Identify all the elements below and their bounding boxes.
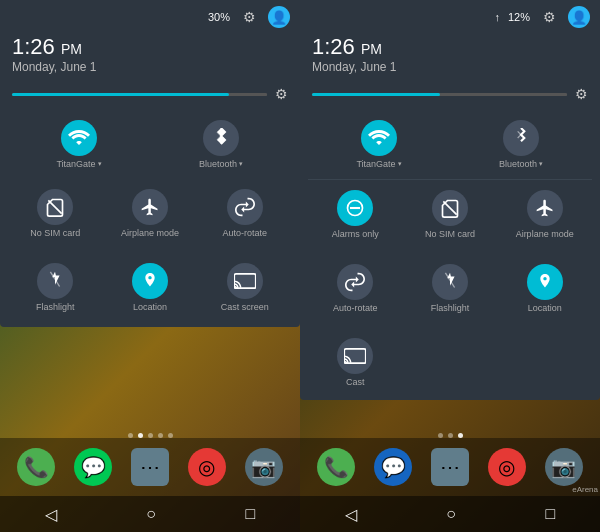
right-notification-shade: ↑ 12% ⚙ 👤 1:26 PM Monday, June 1 ⚙ [300, 0, 600, 400]
left-date: Monday, June 1 [12, 60, 288, 74]
left-autorotate-label: Auto-rotate [222, 228, 267, 239]
left-brightness-slider[interactable] [12, 93, 267, 96]
right-phone-panel: ↑ 12% ⚙ 👤 1:26 PM Monday, June 1 ⚙ [300, 0, 600, 532]
right-location-tile[interactable]: Location [497, 258, 592, 320]
left-settings-icon[interactable]: ⚙ [238, 6, 260, 28]
right-brightness-row: ⚙ [300, 82, 600, 110]
left-nav-back[interactable]: ◁ [45, 505, 57, 524]
left-flashlight-icon [37, 263, 73, 299]
right-nav-home[interactable]: ○ [446, 505, 456, 523]
left-flashlight-label: Flashlight [36, 302, 75, 313]
left-cast-tile[interactable]: Cast screen [197, 257, 292, 319]
right-brightness-slider[interactable] [312, 93, 567, 96]
left-bt-label: Bluetooth ▾ [199, 159, 243, 169]
svg-line-6 [518, 135, 521, 138]
left-dock-chrome[interactable]: ◎ [188, 448, 226, 486]
left-avatar-icon[interactable]: 👤 [268, 6, 290, 28]
left-location-label: Location [133, 302, 167, 313]
right-alarmsonly-label: Alarms only [332, 229, 379, 240]
right-shade-header: ↑ 12% ⚙ 👤 [300, 0, 600, 30]
left-dock-camera[interactable]: 📷 [245, 448, 283, 486]
left-nosim-label: No SIM card [30, 228, 80, 239]
left-notification-shade: 30% ⚙ 👤 1:26 PM Monday, June 1 ⚙ [0, 0, 300, 327]
right-flashlight-tile[interactable]: Flashlight [403, 258, 498, 320]
right-date: Monday, June 1 [312, 60, 588, 74]
left-autorotate-icon [227, 189, 263, 225]
right-dock-chrome[interactable]: ◎ [488, 448, 526, 486]
right-nav-back[interactable]: ◁ [345, 505, 357, 524]
right-dock-phone[interactable]: 📞 [317, 448, 355, 486]
left-wifi-icon [61, 120, 97, 156]
left-time-section: 1:26 PM Monday, June 1 [0, 30, 300, 82]
right-battery-text: 12% [508, 11, 530, 23]
right-alarmsonly-icon [337, 190, 373, 226]
left-cast-label: Cast screen [221, 302, 269, 313]
right-location-label: Location [528, 303, 562, 314]
right-cast-tile[interactable]: Cast [308, 332, 403, 394]
right-nav-recents[interactable]: □ [546, 505, 556, 523]
left-tiles-row3: Flashlight Location [0, 253, 300, 327]
left-autorotate-tile[interactable]: Auto-rotate [197, 183, 292, 245]
left-time: 1:26 [12, 34, 55, 59]
left-brightness-row: ⚙ [0, 82, 300, 110]
left-cast-icon [227, 263, 263, 299]
left-nosim-tile[interactable]: No SIM card [8, 183, 103, 245]
left-airplane-label: Airplane mode [121, 228, 179, 239]
left-dock: 📞 💬 ⋯ ◎ 📷 [0, 438, 300, 496]
right-flashlight-label: Flashlight [431, 303, 470, 314]
right-ampm: PM [361, 41, 382, 57]
right-nosim-tile[interactable]: No SIM card [403, 184, 498, 246]
right-top-tiles: TitanGate ▾ Bluetooth ▾ [300, 110, 600, 179]
left-flashlight-tile[interactable]: Flashlight [8, 257, 103, 319]
watermark: eArena [572, 485, 598, 494]
right-airplane-tile[interactable]: Airplane mode [497, 184, 592, 246]
right-wifi-label: TitanGate ▾ [356, 159, 401, 169]
left-airplane-tile[interactable]: Airplane mode [103, 183, 198, 245]
left-nav-recents[interactable]: □ [246, 505, 256, 523]
right-nosim-label: No SIM card [425, 229, 475, 240]
left-wifi-dropdown-arrow: ▾ [98, 160, 102, 168]
right-bt-label: Bluetooth ▾ [499, 159, 543, 169]
right-tiles-row2: Alarms only No SIM card Airplane mode [300, 180, 600, 254]
left-bt-tile[interactable]: Bluetooth ▾ [150, 114, 292, 175]
left-shade-header: 30% ⚙ 👤 [0, 0, 300, 30]
right-avatar-icon[interactable]: 👤 [568, 6, 590, 28]
left-location-tile[interactable]: Location [103, 257, 198, 319]
left-top-tiles: TitanGate ▾ Bluetooth ▾ [0, 110, 300, 179]
right-nosim-icon [432, 190, 468, 226]
right-dock-camera2[interactable]: 📷 [545, 448, 583, 486]
right-autorotate-icon [337, 264, 373, 300]
left-bt-icon [203, 120, 239, 156]
left-dock-phone[interactable]: 📞 [17, 448, 55, 486]
svg-line-2 [49, 201, 62, 214]
right-cast-label: Cast [346, 377, 365, 388]
right-nav-bar: ◁ ○ □ [300, 496, 600, 532]
right-time-section: 1:26 PM Monday, June 1 [300, 30, 600, 82]
left-ampm: PM [61, 41, 82, 57]
left-battery-text: 30% [208, 11, 230, 23]
left-tiles-row2: No SIM card Airplane mode Auto-rotate [0, 179, 300, 253]
right-bt-tile[interactable]: Bluetooth ▾ [450, 114, 592, 175]
right-airplane-label: Airplane mode [516, 229, 574, 240]
right-wifi-tile[interactable]: TitanGate ▾ [308, 114, 450, 175]
svg-line-9 [443, 202, 456, 215]
left-nav-bar: ◁ ○ □ [0, 496, 300, 532]
right-tiles-row3: Auto-rotate Flashlight Location [300, 254, 600, 328]
left-dock-launcher[interactable]: ⋯ [131, 448, 169, 486]
right-autorotate-tile[interactable]: Auto-rotate [308, 258, 403, 320]
left-dock-hangouts[interactable]: 💬 [74, 448, 112, 486]
right-dock-messages[interactable]: 💬 [374, 448, 412, 486]
left-airplane-icon [132, 189, 168, 225]
right-bt-dropdown-arrow: ▾ [539, 160, 543, 168]
right-tiles-row4: Cast [300, 328, 600, 400]
left-wifi-tile[interactable]: TitanGate ▾ [8, 114, 150, 175]
left-nav-home[interactable]: ○ [146, 505, 156, 523]
right-location-icon [527, 264, 563, 300]
right-bt-icon [503, 120, 539, 156]
left-wifi-label: TitanGate ▾ [56, 159, 101, 169]
right-brightness-gear-icon: ⚙ [575, 86, 588, 102]
left-phone-panel: 30% ⚙ 👤 1:26 PM Monday, June 1 ⚙ [0, 0, 300, 532]
right-settings-icon[interactable]: ⚙ [538, 6, 560, 28]
right-alarmsonly-tile[interactable]: Alarms only [308, 184, 403, 246]
right-dock-launcher[interactable]: ⋯ [431, 448, 469, 486]
